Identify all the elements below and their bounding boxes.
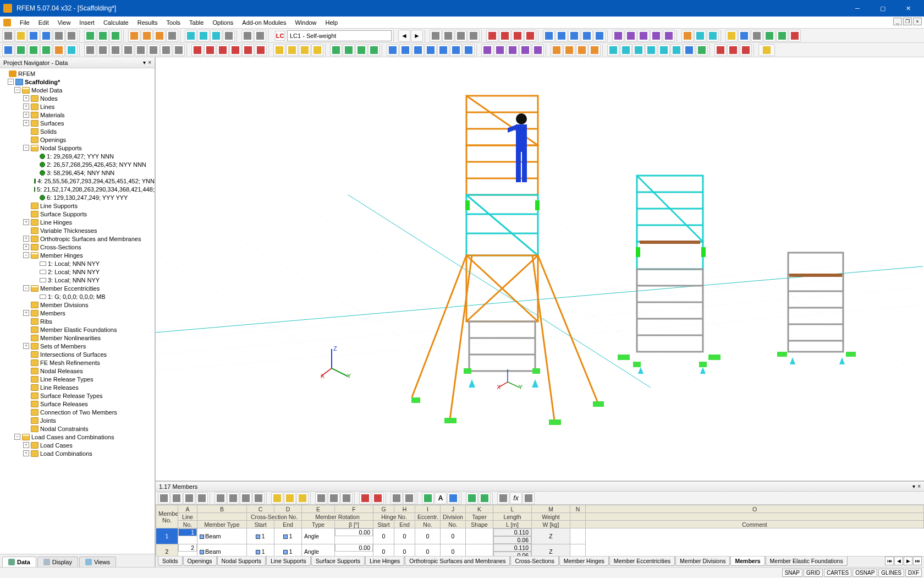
print-preview-button[interactable] (65, 30, 78, 42)
tree-cross-sections[interactable]: Cross-Sections (40, 244, 81, 250)
tree-nodal-constraints[interactable]: Nodal Constraints (40, 426, 88, 432)
tb-7[interactable] (512, 30, 524, 42)
tree-materials[interactable]: Materials (40, 112, 65, 118)
tabs-next-button[interactable]: ▶ (904, 557, 912, 565)
tb2-5[interactable] (135, 44, 147, 56)
tb-13[interactable] (593, 30, 606, 42)
tree-member-hinges[interactable]: Member Hinges (40, 252, 83, 259)
tree-surfaces[interactable]: Surfaces (40, 120, 64, 127)
ttb-excel-button[interactable] (466, 492, 478, 504)
tb2-33[interactable] (519, 44, 531, 56)
tb2-23[interactable] (387, 44, 399, 56)
tree-lrt[interactable]: Line Release Types (40, 376, 93, 383)
tb2-31[interactable] (494, 44, 506, 56)
tb-4[interactable] (468, 30, 480, 42)
status-dxf[interactable]: DXF (905, 569, 922, 577)
btab-member-divisions[interactable]: Member Divisions (675, 557, 730, 566)
tb2-18[interactable] (311, 44, 323, 56)
menu-help[interactable]: Help (321, 18, 343, 28)
tree-line-hinges[interactable]: Line Hinges (40, 219, 72, 226)
tree-solids[interactable]: Solids (40, 128, 57, 135)
ttb-11[interactable] (315, 492, 327, 504)
tb-5[interactable] (486, 30, 498, 42)
btab-orthotropic[interactable]: Orthotropic Surfaces and Membranes (405, 557, 510, 566)
tb2-39[interactable] (607, 44, 619, 56)
tree-nodal-support-5[interactable]: 5: 21,52,174,208,263,290,334,368,421,448… (37, 186, 155, 193)
next-loadcase-button[interactable]: ► (411, 30, 423, 42)
results-button[interactable] (210, 30, 222, 42)
tree-fe-mesh[interactable]: FE Mesh Refinements (40, 359, 100, 366)
menu-file[interactable]: File (15, 18, 34, 28)
menu-edit[interactable]: Edit (34, 18, 53, 28)
tree-member-hinge-3[interactable]: 3: Local; NNN NYY (48, 277, 100, 283)
tb2-21[interactable] (355, 44, 367, 56)
find-button[interactable] (166, 30, 178, 42)
tb-24[interactable] (751, 30, 763, 42)
saveall-button[interactable] (40, 30, 52, 42)
tb2-11[interactable] (217, 44, 229, 56)
tree-nodal-support-1[interactable]: 1: 29,269,427; YYY NNN (47, 153, 114, 160)
select-rect-button[interactable] (141, 30, 153, 42)
tb-1[interactable] (430, 30, 442, 42)
menu-calculate[interactable]: Calculate (99, 18, 133, 28)
tree-member-hinge-1[interactable]: 1: Local; NNN NYY (48, 260, 100, 267)
tree-load-cases[interactable]: Load Cases (40, 442, 73, 449)
tb-14[interactable] (612, 30, 624, 42)
tb2-46[interactable] (696, 44, 708, 56)
tb-23[interactable] (738, 30, 750, 42)
tb2-1[interactable] (84, 44, 96, 56)
menu-tools[interactable]: Tools (162, 18, 185, 28)
tb2-44[interactable] (670, 44, 683, 56)
btab-nodal-supports[interactable]: Nodal Supports (217, 557, 266, 566)
btab-member-hinges[interactable]: Member Hinges (559, 557, 609, 566)
tree-nodal-support-6[interactable]: 6: 129,130,247,249; YYY YYY (47, 194, 128, 201)
tb-26[interactable] (776, 30, 788, 42)
select-button[interactable] (128, 30, 140, 42)
tb-6[interactable] (499, 30, 511, 42)
btab-solids[interactable]: Solids (158, 557, 183, 566)
tb2-32[interactable] (507, 44, 519, 56)
close-panel-icon[interactable]: × (148, 59, 151, 66)
pin-icon[interactable]: ▾ (143, 59, 146, 66)
tb2-50[interactable] (758, 44, 775, 56)
tree-orthotropic[interactable]: Orthotropic Surfaces and Membranes (40, 236, 141, 242)
tb2-19[interactable] (330, 44, 342, 56)
line-dd-button[interactable] (28, 44, 40, 56)
tb2-29[interactable] (463, 44, 475, 56)
member-button[interactable] (53, 44, 65, 56)
tabs-prev-button[interactable]: ◀ (894, 557, 903, 565)
solid-button[interactable] (65, 44, 78, 56)
tree-nodal-support-3[interactable]: 3: 58,296,454; NNY NNN (47, 170, 114, 176)
minimize-button[interactable]: ─ (845, 0, 870, 17)
tree-openings[interactable]: Openings (40, 137, 66, 143)
calc-all-button[interactable] (197, 30, 210, 42)
tree-member-divisions[interactable]: Member Divisions (40, 302, 88, 308)
tb2-3[interactable] (109, 44, 122, 56)
ttb-9[interactable] (284, 492, 296, 504)
ttb-fx-button[interactable]: fx (510, 492, 522, 504)
tb-11[interactable] (568, 30, 580, 42)
btab-line-hinges[interactable]: Line Hinges (365, 557, 404, 566)
menu-results[interactable]: Results (133, 18, 162, 28)
tree-nodal-support-2[interactable]: 2: 26,57,268,295,426,453; NYY NNN (47, 161, 146, 168)
ttb-19[interactable] (447, 492, 459, 504)
btab-members[interactable]: Members (730, 557, 765, 566)
tb-12[interactable] (581, 30, 593, 42)
tabs-last-button[interactable]: ⏭ (913, 557, 922, 565)
tree-member-ecc-1[interactable]: 1: G; 0,0,0; 0,0,0; MB (48, 293, 106, 300)
tree-nodal-releases[interactable]: Nodal Releases (40, 368, 83, 374)
menu-insert[interactable]: Insert (75, 18, 99, 28)
tb2-10[interactable] (204, 44, 216, 56)
mdi-minimize-button[interactable]: _ (893, 18, 902, 25)
ttb-15[interactable] (372, 492, 384, 504)
tb2-49[interactable] (740, 44, 752, 56)
ttb-12[interactable] (328, 492, 340, 504)
tb-2[interactable] (442, 30, 454, 42)
tb-8[interactable] (524, 30, 536, 42)
mdi-restore-button[interactable]: ❐ (903, 18, 912, 25)
tb-19[interactable] (681, 30, 694, 42)
print-button[interactable] (53, 30, 65, 42)
ttb-1[interactable] (158, 492, 170, 504)
node-button[interactable] (2, 44, 14, 56)
menu-window[interactable]: Window (290, 18, 321, 28)
